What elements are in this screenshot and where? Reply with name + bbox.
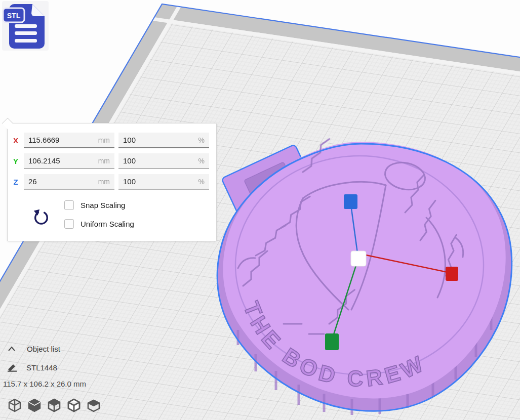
cube-top-dark-icon bbox=[47, 398, 62, 413]
scale-y-percent-field: % bbox=[118, 153, 209, 169]
view-preset-toolbar bbox=[7, 398, 101, 414]
scale-z-mm-field: mm bbox=[24, 174, 114, 190]
cube-3d-icon bbox=[7, 398, 22, 413]
scale-handle-y[interactable] bbox=[325, 333, 339, 350]
scale-z-percent-input[interactable] bbox=[123, 177, 195, 186]
axis-label-y: Y bbox=[8, 157, 24, 165]
view-right-button[interactable] bbox=[86, 398, 101, 414]
stl-badge-label: STL bbox=[7, 12, 21, 20]
scale-x-percent-unit: % bbox=[198, 136, 205, 144]
scale-z-percent-field: % bbox=[118, 174, 209, 190]
scale-x-percent-input[interactable] bbox=[123, 136, 195, 144]
scale-x-mm-unit: mm bbox=[98, 136, 110, 144]
view-front-button[interactable] bbox=[27, 398, 42, 414]
scale-y-percent-input[interactable] bbox=[123, 156, 195, 165]
reset-rotate-icon bbox=[32, 205, 50, 225]
app-window: THE BOD CREW bbox=[0, 0, 520, 420]
scale-handle-z[interactable] bbox=[344, 194, 357, 209]
axis-label-x: X bbox=[8, 136, 24, 145]
scale-handle-center[interactable] bbox=[351, 251, 366, 266]
scale-z-mm-unit: mm bbox=[98, 178, 110, 186]
stl-file-icon: STL bbox=[2, 1, 49, 51]
cube-top-slab-icon bbox=[86, 398, 101, 413]
scale-x-mm-input[interactable] bbox=[28, 136, 95, 144]
model-dimensions-readout: 115.7 x 106.2 x 26.0 mm bbox=[3, 380, 86, 388]
scale-y-mm-field: mm bbox=[24, 153, 114, 169]
model-stl1448[interactable]: THE BOD CREW bbox=[217, 137, 512, 415]
snap-scaling-checkbox[interactable] bbox=[64, 200, 74, 210]
axis-label-z: Z bbox=[8, 178, 24, 186]
scale-y-mm-unit: mm bbox=[98, 157, 110, 165]
object-list-toggle[interactable]: Object list bbox=[0, 342, 162, 355]
object-list-label: Object list bbox=[27, 345, 60, 353]
scale-y-percent-unit: % bbox=[198, 157, 205, 165]
scale-tool-panel: X mm % Y mm % Z mm bbox=[7, 123, 217, 241]
pencil-edit-icon bbox=[7, 363, 18, 372]
snap-scaling-label: Snap Scaling bbox=[81, 201, 125, 209]
object-list-item[interactable]: STL1448 bbox=[0, 361, 162, 374]
view-left-button[interactable] bbox=[66, 398, 82, 414]
view-3d-button[interactable] bbox=[7, 398, 22, 414]
uniform-scaling-checkbox[interactable] bbox=[64, 219, 74, 229]
scale-x-percent-field: % bbox=[118, 133, 209, 148]
stl-badge: STL bbox=[3, 8, 24, 22]
view-top-button[interactable] bbox=[47, 398, 62, 414]
scale-x-mm-field: mm bbox=[24, 133, 114, 148]
cube-outline-icon bbox=[66, 398, 82, 413]
object-item-name: STL1448 bbox=[26, 363, 57, 372]
scale-z-percent-unit: % bbox=[198, 178, 205, 186]
scale-z-mm-input[interactable] bbox=[28, 177, 95, 186]
uniform-scaling-label: Uniform Scaling bbox=[81, 220, 134, 228]
reset-scale-button[interactable] bbox=[31, 204, 51, 227]
scale-handle-x[interactable] bbox=[446, 267, 458, 281]
cube-solid-icon bbox=[27, 398, 42, 413]
object-list-panel: Object list STL1448 bbox=[0, 342, 162, 374]
chevron-up-icon bbox=[8, 346, 16, 352]
scale-y-mm-input[interactable] bbox=[28, 156, 95, 165]
